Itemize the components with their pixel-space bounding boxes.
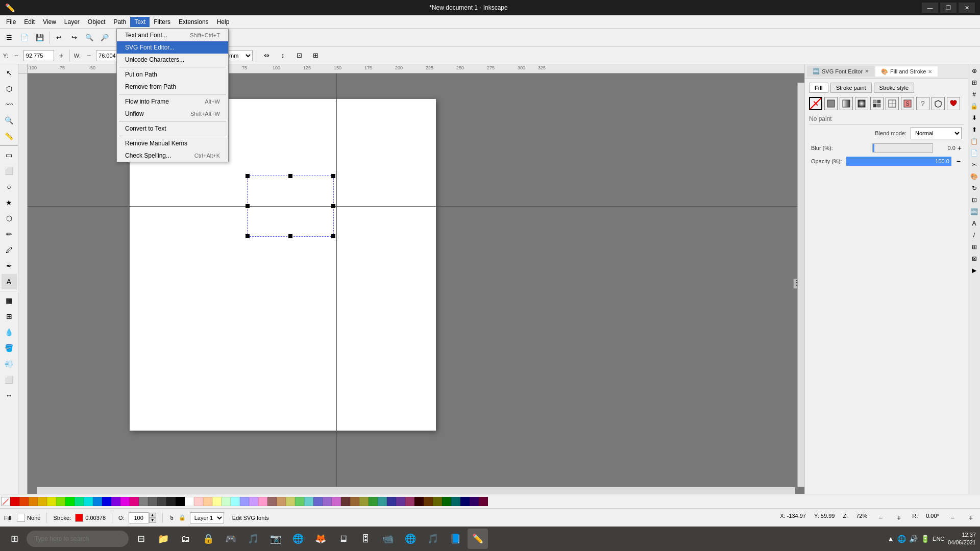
palette-swatch[interactable] [130, 497, 139, 506]
fill-tab-stroke-paint[interactable]: Stroke paint [830, 83, 872, 93]
close-font-tab[interactable]: ✕ [865, 68, 869, 74]
palette-swatch[interactable] [84, 497, 93, 506]
menu-file[interactable]: File [2, 17, 20, 27]
tray-speaker[interactable]: 🔊 [909, 535, 918, 543]
fill-tab-stroke-style[interactable]: Stroke style [874, 83, 914, 93]
menu-view[interactable]: View [39, 17, 60, 27]
palette-swatch[interactable] [350, 497, 359, 506]
palette-swatch[interactable] [323, 497, 332, 506]
taskbar-security[interactable]: 🔒 [198, 529, 218, 549]
tool-mesh[interactable]: ⊞ [2, 309, 17, 324]
more-btn[interactable]: / [969, 230, 980, 241]
tool-zoom[interactable]: 🔍 [2, 113, 17, 128]
palette-swatch[interactable] [139, 497, 148, 506]
palette-swatch[interactable] [111, 497, 120, 506]
palette-swatch[interactable] [396, 497, 405, 506]
palette-swatch[interactable] [203, 497, 212, 506]
align-btn[interactable]: ⊞ [308, 48, 323, 63]
tool-paint[interactable]: 🪣 [2, 340, 17, 356]
fill-radial-grad-btn[interactable] [855, 97, 868, 110]
fill-pattern-btn[interactable] [886, 97, 899, 110]
menu-text[interactable]: Text [130, 17, 150, 27]
flip-horiz-btn[interactable]: ⇔ [259, 48, 274, 63]
palette-swatch[interactable] [258, 497, 267, 506]
align-panel-btn[interactable]: ⊡ [969, 194, 980, 206]
handle-bot-right[interactable] [331, 234, 335, 238]
palette-swatch[interactable] [304, 497, 313, 506]
opacity-status-input[interactable] [129, 512, 149, 523]
export-btn[interactable]: ⬆ [969, 124, 980, 135]
menu-object[interactable]: Object [84, 17, 110, 27]
tb-save[interactable]: 💾 [33, 31, 47, 45]
handle-bot-left[interactable] [246, 234, 250, 238]
cut-btn[interactable]: ✂ [969, 159, 980, 170]
palette-swatch[interactable] [29, 497, 38, 506]
fill-heart-btn[interactable] [947, 97, 960, 110]
palette-swatch[interactable] [47, 497, 56, 506]
fill-tab-fill[interactable]: Fill [809, 83, 828, 93]
tool-tweak[interactable]: 〰 [2, 97, 17, 112]
handle-bot-mid[interactable] [288, 234, 292, 238]
panel-collapse-handle[interactable]: ⋮ [793, 279, 797, 289]
palette-swatch[interactable] [267, 497, 277, 506]
palette-swatch[interactable] [313, 497, 323, 506]
palette-swatch[interactable] [75, 497, 84, 506]
palette-swatch[interactable] [212, 497, 222, 506]
fill-unknown-btn[interactable]: ? [916, 97, 929, 110]
lock-guides-btn[interactable]: 🔒 [969, 101, 980, 112]
extra-btn1[interactable]: ⊞ [969, 241, 980, 253]
flip-vert-btn[interactable]: ↕ [276, 48, 290, 63]
palette-swatch[interactable] [157, 497, 166, 506]
palette-swatch[interactable] [295, 497, 304, 506]
tb-open[interactable]: 📄 [17, 31, 32, 45]
menu-text-font[interactable]: Text and Font... Shift+Ctrl+T [117, 29, 228, 41]
grid-btn[interactable]: # [969, 89, 980, 100]
palette-swatch[interactable] [148, 497, 157, 506]
zoom-plus[interactable]: + [894, 513, 904, 523]
menu-svg-font-editor[interactable]: SVG Font Editor... [117, 41, 228, 54]
tool-3d-box[interactable]: ⬜ [2, 163, 17, 179]
blur-add-button[interactable]: + [958, 144, 962, 152]
fill-stroke-panel-btn[interactable]: 🎨 [969, 171, 980, 182]
horizontal-scrollbar[interactable] [37, 487, 795, 494]
menu-flow-into-frame[interactable]: Flow into Frame Alt+W [117, 95, 228, 108]
tab-svg-font-editor[interactable]: 🔤 SVG Font Editor ✕ [807, 66, 874, 77]
palette-swatch[interactable] [38, 497, 47, 506]
menu-help[interactable]: Help [213, 17, 234, 27]
taskbar-word[interactable]: 📘 [445, 529, 465, 549]
taskbar-zoom[interactable]: 📹 [378, 529, 398, 549]
tool-select[interactable]: ↖ [2, 65, 17, 81]
fill-swatch-btn[interactable]: S [901, 97, 914, 110]
tab-fill-stroke[interactable]: 🎨 Fill and Stroke ✕ [875, 66, 938, 77]
text-tool-btn[interactable]: A [969, 218, 980, 229]
tb-zoom-in[interactable]: 🔍 [82, 31, 96, 45]
menu-put-on-path[interactable]: Put on Path [117, 68, 228, 81]
maximize-button[interactable]: ❐ [940, 3, 957, 13]
palette-swatch[interactable] [231, 497, 240, 506]
palette-swatch[interactable] [433, 497, 442, 506]
tray-battery[interactable]: 🔋 [921, 535, 929, 543]
task-view-btn[interactable]: ⊟ [131, 529, 151, 549]
close-fill-tab[interactable]: ✕ [928, 69, 932, 74]
y-plus[interactable]: + [56, 51, 66, 61]
palette-swatch[interactable] [65, 497, 75, 506]
paste-in-place-btn[interactable]: 📋 [969, 136, 980, 147]
menu-remove-manual-kerns[interactable]: Remove Manual Kerns [117, 137, 228, 149]
menu-layer[interactable]: Layer [60, 17, 84, 27]
palette-swatch[interactable] [451, 497, 460, 506]
selected-object[interactable] [247, 176, 334, 237]
no-color-swatch[interactable] [1, 497, 10, 506]
menu-unicode[interactable]: Unicode Characters... [117, 54, 228, 66]
palette-swatch[interactable] [332, 497, 341, 506]
palette-swatch[interactable] [185, 497, 194, 506]
palette-swatch[interactable] [249, 497, 258, 506]
palette-swatch[interactable] [424, 497, 433, 506]
fill-no-paint-btn[interactable]: ✕ [809, 97, 822, 110]
handle-mid-right[interactable] [331, 204, 335, 208]
rotate-plus[interactable]: + [966, 513, 976, 523]
palette-swatch[interactable] [10, 497, 19, 506]
opacity-decrement[interactable]: − [955, 157, 962, 165]
palette-swatch[interactable] [341, 497, 350, 506]
y-input[interactable] [23, 50, 54, 61]
tray-arrow[interactable]: ▲ [887, 535, 894, 543]
